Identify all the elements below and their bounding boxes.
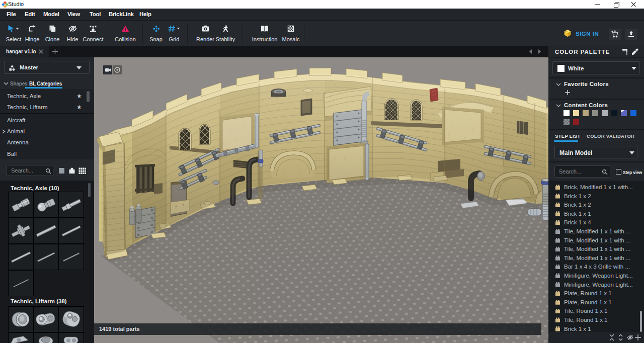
svg-text:1419 total parts: 1419 total parts (99, 326, 140, 332)
